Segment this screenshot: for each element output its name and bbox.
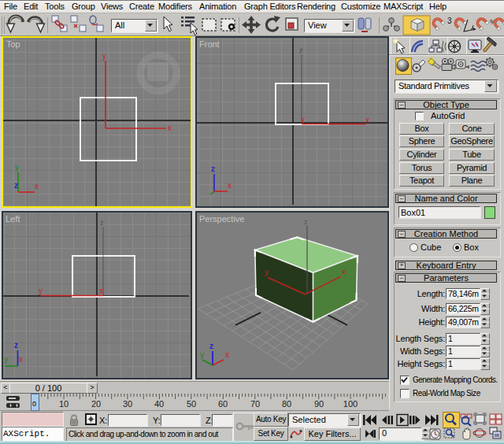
svg-text:y: y: [200, 350, 204, 359]
svg-text:x: x: [225, 350, 229, 359]
svg-text:60: 60: [218, 399, 228, 409]
svg-text:z: z: [304, 218, 308, 226]
svg-text:z: z: [299, 46, 303, 54]
svg-text:Top: Top: [6, 39, 20, 49]
svg-text:x: x: [228, 181, 232, 190]
svg-text:x: x: [365, 116, 369, 124]
svg-text:Perspective: Perspective: [199, 214, 244, 224]
svg-text:10: 10: [59, 399, 69, 409]
svg-text:90: 90: [314, 399, 324, 409]
svg-text:x: x: [342, 268, 346, 276]
svg-text:20: 20: [91, 399, 101, 409]
svg-text:z: z: [100, 219, 104, 227]
svg-text:3: 3: [447, 17, 452, 25]
svg-text:Front: Front: [199, 39, 220, 49]
svg-text:x: x: [19, 355, 23, 364]
svg-text:100: 100: [343, 399, 358, 409]
svg-text:y: y: [265, 268, 269, 276]
svg-text:y: y: [39, 287, 43, 295]
svg-text:50: 50: [187, 399, 196, 409]
svg-text:z: z: [209, 342, 213, 350]
svg-text:80: 80: [282, 399, 291, 409]
svg-text:y: y: [301, 115, 305, 124]
svg-text:x: x: [168, 124, 172, 132]
svg-text:70: 70: [250, 399, 260, 409]
svg-text:x: x: [99, 287, 103, 295]
svg-text:z: z: [14, 181, 18, 190]
svg-text:40: 40: [154, 399, 164, 409]
svg-text:x: x: [35, 182, 39, 191]
svg-text:y: y: [4, 355, 8, 364]
svg-text:Left: Left: [6, 214, 20, 224]
svg-text:30: 30: [123, 399, 132, 409]
svg-text:y: y: [15, 163, 19, 172]
svg-text:y: y: [102, 52, 106, 61]
svg-text:z: z: [14, 341, 18, 350]
svg-text:z: z: [211, 165, 215, 173]
